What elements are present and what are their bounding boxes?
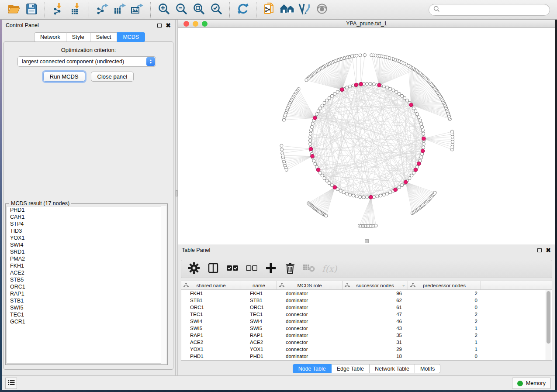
mcds-result-item[interactable]: SWI4 [7, 241, 166, 248]
cell-predecessor-nodes[interactable]: 1 [408, 346, 481, 353]
zoom-in-button[interactable] [155, 2, 173, 17]
cell-shared-name[interactable]: YOX1 [181, 346, 241, 353]
cell-MCDS-role[interactable]: connector [277, 325, 343, 332]
cell-predecessor-nodes[interactable]: 1 [408, 325, 481, 332]
mcds-result-item[interactable]: FKH1 [7, 262, 166, 269]
add-column-button[interactable] [264, 262, 277, 275]
cell-name[interactable]: ACE2 [241, 339, 277, 346]
cell-successor-nodes[interactable]: 62 [343, 297, 408, 304]
import-network-button[interactable] [49, 2, 67, 17]
tab-node-table[interactable]: Node Table [293, 364, 332, 373]
settings-button[interactable] [187, 262, 201, 275]
export-network-button[interactable] [93, 2, 111, 17]
cell-predecessor-nodes[interactable]: 0 [408, 304, 481, 311]
cell-MCDS-role[interactable]: dominator [277, 318, 343, 325]
mcds-result-item[interactable]: ACE2 [7, 269, 166, 276]
cell-successor-nodes[interactable]: 96 [343, 290, 408, 297]
float-table-panel-icon[interactable] [537, 248, 542, 252]
mcds-result-item[interactable]: ORC1 [7, 283, 166, 290]
optimization-dropdown[interactable]: largest connected component (undirected)… [17, 56, 156, 67]
mcds-result-item[interactable]: STB1 [7, 297, 166, 304]
export-table-button[interactable] [111, 2, 128, 17]
cell-name[interactable]: RAP1 [241, 332, 277, 339]
cell-MCDS-role[interactable]: dominator [277, 304, 343, 311]
table-row[interactable]: YOX1YOX1connector291 [181, 346, 552, 353]
cell-successor-nodes[interactable]: 46 [343, 318, 408, 325]
network-canvas[interactable] [178, 28, 555, 244]
cell-name[interactable]: SWI4 [241, 318, 277, 325]
column-header-MCDS-role[interactable]: MCDS role [277, 281, 343, 289]
delete-rows-button[interactable] [284, 262, 297, 275]
table-row[interactable]: ORC1ORC1dominator610 [181, 304, 552, 311]
mcds-result-list[interactable]: PHD1CAR1STP4TID3YOX1SWI4SRD1PMA2FKH1ACE2… [7, 206, 166, 364]
style-tool-button[interactable] [296, 2, 313, 17]
node-table[interactable]: shared namenameMCDS rolesuccessor nodes⌄… [181, 281, 552, 361]
cell-name[interactable]: SWI5 [241, 325, 277, 332]
save-session-button[interactable] [23, 2, 40, 17]
split-columns-button[interactable] [207, 262, 220, 275]
table-row[interactable]: ACE2ACE2connector311 [181, 339, 552, 346]
mcds-result-item[interactable]: PMA2 [7, 255, 166, 262]
network-window-titlebar[interactable]: YPA_prune.txt_1 [178, 20, 555, 28]
cell-name[interactable]: ORC1 [241, 304, 277, 311]
column-header-name[interactable]: name [241, 281, 277, 289]
column-header-successor-nodes[interactable]: successor nodes⌄ [343, 281, 408, 289]
cell-shared-name[interactable]: SWI5 [181, 325, 241, 332]
cell-shared-name[interactable]: ACE2 [181, 339, 241, 346]
run-mcds-button[interactable]: Run MCDS [43, 72, 85, 82]
show-details-button[interactable] [313, 2, 331, 17]
apply-layout-button[interactable] [234, 2, 252, 17]
mcds-result-item[interactable]: PHD1 [7, 206, 166, 213]
mcds-result-item[interactable]: RAP1 [7, 290, 166, 297]
horizontal-splitter-handle[interactable] [365, 239, 369, 243]
cell-name[interactable]: YOX1 [241, 346, 277, 353]
cell-shared-name[interactable]: ORC1 [181, 304, 241, 311]
memory-button[interactable]: Memory [512, 378, 551, 389]
table-scrollbar-thumb[interactable] [547, 291, 550, 344]
cell-predecessor-nodes[interactable]: 1 [408, 339, 481, 346]
mcds-result-item[interactable]: STB5 [7, 276, 166, 283]
cell-successor-nodes[interactable]: 31 [343, 339, 408, 346]
cell-MCDS-role[interactable]: dominator [277, 297, 343, 304]
cell-predecessor-nodes[interactable]: 2 [408, 290, 481, 297]
column-header-shared-name[interactable]: shared name [181, 281, 241, 289]
cell-MCDS-role[interactable]: dominator [277, 353, 343, 360]
cell-name[interactable]: STB1 [241, 297, 277, 304]
task-history-button[interactable] [5, 378, 17, 389]
export-image-button[interactable] [128, 2, 146, 17]
close-panel-icon[interactable]: ✖ [166, 24, 171, 28]
table-row[interactable]: STB1STB1dominator620 [181, 297, 552, 304]
mcds-result-item[interactable]: YOX1 [7, 234, 166, 241]
cell-shared-name[interactable]: TEC1 [181, 311, 241, 318]
compare-networks-button[interactable] [261, 2, 278, 17]
mcds-result-item[interactable]: GCR1 [7, 318, 166, 325]
cell-predecessor-nodes[interactable]: 2 [408, 311, 481, 318]
cell-successor-nodes[interactable]: 35 [343, 332, 408, 339]
cell-MCDS-role[interactable]: dominator [277, 290, 343, 297]
cell-shared-name[interactable]: SWI4 [181, 318, 241, 325]
tab-network[interactable]: Network [34, 32, 66, 42]
cell-successor-nodes[interactable]: 29 [343, 346, 408, 353]
network-overview-button[interactable] [278, 2, 296, 17]
mcds-result-item[interactable]: TID3 [7, 227, 166, 234]
cell-successor-nodes[interactable]: 43 [343, 325, 408, 332]
table-row[interactable]: PHD1PHD1dominator180 [181, 353, 552, 360]
table-row[interactable]: FKH1FKH1dominator962 [181, 290, 552, 297]
search-input[interactable] [443, 7, 545, 13]
select-all-button[interactable] [226, 262, 239, 275]
cell-MCDS-role[interactable]: dominator [277, 332, 343, 339]
column-header-predecessor-nodes[interactable]: predecessor nodes [408, 281, 481, 289]
close-table-panel-icon[interactable]: ✖ [546, 248, 551, 252]
cell-successor-nodes[interactable]: 47 [343, 311, 408, 318]
tab-motifs[interactable]: Motifs [415, 364, 440, 373]
float-panel-icon[interactable] [157, 24, 162, 28]
deselect-all-button[interactable] [245, 262, 258, 275]
cell-name[interactable]: PHD1 [241, 353, 277, 360]
search-box[interactable] [429, 4, 550, 16]
table-scrollbar[interactable] [546, 290, 551, 360]
close-panel-button[interactable]: Close panel [91, 72, 134, 82]
cell-name[interactable]: FKH1 [241, 290, 277, 297]
table-row[interactable]: RAP1RAP1dominator352 [181, 332, 552, 339]
mcds-list-scrollbar[interactable] [161, 206, 166, 364]
zoom-selected-button[interactable] [208, 2, 225, 17]
